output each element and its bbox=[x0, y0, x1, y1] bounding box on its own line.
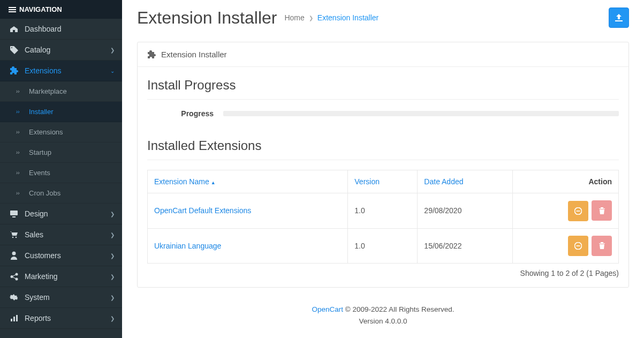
sidebar-subitem-label: Events bbox=[29, 169, 50, 177]
panel-heading: Extension Installer bbox=[138, 42, 628, 67]
sub-chevron-icon: ›› bbox=[16, 109, 26, 115]
trash-icon bbox=[598, 207, 605, 215]
svg-rect-9 bbox=[13, 317, 15, 321]
sidebar-subitem-startup[interactable]: ›› Startup bbox=[0, 142, 122, 163]
svg-point-3 bbox=[16, 237, 17, 238]
extension-link[interactable]: Ukrainian Language bbox=[154, 242, 221, 250]
sub-chevron-icon: ›› bbox=[16, 88, 26, 94]
svg-point-6 bbox=[10, 275, 13, 278]
svg-rect-10 bbox=[16, 315, 18, 321]
breadcrumb-home[interactable]: Home bbox=[284, 13, 304, 22]
extension-version: 1.0 bbox=[348, 193, 418, 229]
sub-chevron-icon: ›› bbox=[16, 190, 26, 196]
installed-title: Installed Extensions bbox=[147, 133, 619, 160]
delete-button[interactable] bbox=[592, 236, 612, 256]
sidebar-item-label: System bbox=[25, 293, 50, 302]
sidebar-subitem-events[interactable]: ›› Events bbox=[0, 163, 122, 183]
col-extension-name[interactable]: Extension Name▲ bbox=[148, 170, 348, 193]
content: Extension Installer Home ❯ Extension Ins… bbox=[122, 0, 644, 338]
sidebar-subitem-label: Cron Jobs bbox=[29, 189, 60, 197]
footer-version: Version 4.0.0.0 bbox=[122, 316, 644, 327]
trash-icon bbox=[598, 242, 605, 250]
sidebar-item-label: Reports bbox=[25, 314, 51, 322]
breadcrumb-current[interactable]: Extension Installer bbox=[317, 13, 378, 22]
installed-extensions-table: Extension Name▲ Version Date Added Actio… bbox=[147, 170, 619, 264]
sidebar-item-label: Extensions bbox=[25, 66, 61, 75]
chevron-right-icon: ❯ bbox=[110, 274, 115, 280]
delete-button[interactable] bbox=[592, 200, 612, 221]
sidebar-item-customers[interactable]: Customers ❯ bbox=[0, 245, 122, 266]
extension-link[interactable]: OpenCart Default Extensions bbox=[154, 206, 251, 215]
upload-button[interactable] bbox=[609, 7, 629, 28]
sidebar-subitem-label: Startup bbox=[29, 148, 51, 156]
svg-rect-0 bbox=[10, 211, 18, 215]
sidebar-item-label: Marketing bbox=[25, 272, 57, 281]
footer: OpenCart © 2009-2022 All Rights Reserved… bbox=[122, 304, 644, 327]
chevron-right-icon: ❯ bbox=[110, 232, 115, 238]
svg-rect-14 bbox=[577, 245, 580, 246]
sidebar-item-marketing[interactable]: Marketing ❯ bbox=[0, 266, 122, 287]
svg-point-7 bbox=[15, 277, 18, 280]
dashboard-icon bbox=[9, 25, 19, 33]
sort-asc-icon: ▲ bbox=[211, 180, 216, 185]
sidebar-subitem-label: Extensions bbox=[29, 128, 63, 136]
sub-chevron-icon: ›› bbox=[16, 149, 26, 155]
svg-rect-8 bbox=[11, 319, 12, 321]
upload-icon bbox=[615, 14, 623, 21]
sidebar-subitem-marketplace[interactable]: ›› Marketplace bbox=[0, 81, 122, 102]
svg-point-4 bbox=[12, 252, 16, 256]
extension-version: 1.0 bbox=[348, 228, 418, 264]
sidebar-item-catalog[interactable]: Catalog ❯ bbox=[0, 40, 122, 61]
svg-point-5 bbox=[15, 273, 18, 275]
puzzle-icon bbox=[147, 50, 156, 59]
sidebar-item-design[interactable]: Design ❯ bbox=[0, 204, 122, 224]
puzzle-icon bbox=[9, 66, 19, 75]
sidebar-subitem-cronjobs[interactable]: ›› Cron Jobs bbox=[0, 183, 122, 204]
pagination-info: Showing 1 to 2 of 2 (1 Pages) bbox=[147, 269, 619, 277]
sidebar-subitem-installer[interactable]: ›› Installer bbox=[0, 102, 122, 122]
sidebar-item-label: Customers bbox=[25, 251, 61, 260]
sidebar-header: NAVIGATION bbox=[0, 0, 122, 19]
progress-label: Progress bbox=[147, 109, 223, 118]
sidebar-subitem-extensions[interactable]: ›› Extensions bbox=[0, 122, 122, 142]
sidebar-item-dashboard[interactable]: Dashboard bbox=[0, 19, 122, 40]
extension-date: 15/06/2022 bbox=[418, 228, 513, 264]
cart-icon bbox=[9, 231, 19, 238]
page-title: Extension Installer bbox=[137, 8, 277, 28]
footer-brand-link[interactable]: OpenCart bbox=[312, 305, 344, 313]
chevron-down-icon: ⌄ bbox=[110, 68, 115, 74]
chevron-right-icon: ❯ bbox=[110, 47, 115, 53]
breadcrumb: Home ❯ Extension Installer bbox=[284, 13, 609, 22]
chart-icon bbox=[9, 314, 19, 322]
page-header: Extension Installer Home ❯ Extension Ins… bbox=[122, 0, 644, 39]
col-action: Action bbox=[513, 170, 619, 193]
table-header-row: Extension Name▲ Version Date Added Actio… bbox=[148, 170, 619, 193]
sidebar-item-reports[interactable]: Reports ❯ bbox=[0, 308, 122, 329]
sidebar-item-label: Dashboard bbox=[25, 25, 62, 33]
sidebar-subitem-label: Installer bbox=[29, 108, 54, 116]
gear-icon bbox=[9, 293, 19, 302]
sidebar-item-system[interactable]: System ❯ bbox=[0, 287, 122, 308]
sidebar-item-sales[interactable]: Sales ❯ bbox=[0, 224, 122, 245]
uninstall-button[interactable] bbox=[568, 201, 588, 221]
svg-rect-1 bbox=[12, 216, 16, 217]
sidebar-item-label: Catalog bbox=[25, 46, 50, 54]
sidebar-item-label: Design bbox=[25, 209, 48, 218]
share-icon bbox=[9, 273, 19, 281]
sidebar: NAVIGATION Dashboard Catalog ❯ Extension… bbox=[0, 0, 122, 338]
progress-row: Progress bbox=[147, 109, 619, 118]
install-progress-title: Install Progress bbox=[147, 72, 619, 100]
col-version[interactable]: Version bbox=[348, 170, 418, 193]
chevron-right-icon: ❯ bbox=[110, 253, 115, 259]
chevron-right-icon: ❯ bbox=[110, 211, 115, 217]
uninstall-button[interactable] bbox=[568, 236, 588, 256]
table-row: Ukrainian Language 1.0 15/06/2022 bbox=[148, 228, 619, 264]
desktop-icon bbox=[9, 210, 19, 217]
col-date-added[interactable]: Date Added bbox=[418, 170, 513, 193]
sub-chevron-icon: ›› bbox=[16, 129, 26, 135]
sidebar-item-extensions[interactable]: Extensions ⌄ bbox=[0, 61, 122, 81]
sidebar-title: NAVIGATION bbox=[19, 5, 62, 13]
minus-circle-icon bbox=[574, 207, 582, 215]
chevron-right-icon: ❯ bbox=[110, 316, 115, 321]
tag-icon bbox=[9, 46, 19, 54]
